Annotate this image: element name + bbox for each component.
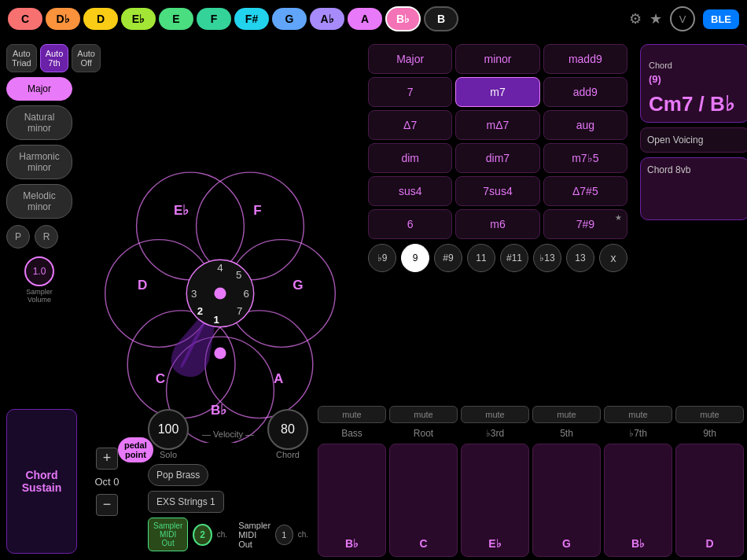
chord-m7-button[interactable]: m7	[455, 77, 539, 107]
ext-9-button[interactable]: 9	[401, 244, 429, 272]
midi-ch-2-circle: 2	[193, 524, 212, 546]
auto-7th-button[interactable]: Auto7th	[40, 44, 69, 72]
bottom-area: ChordSustain + Oct 0 − 100 Solo — Veloci…	[0, 403, 747, 560]
pop-brass-button[interactable]: Pop Brass	[148, 464, 208, 486]
piano-key-9th[interactable]: D	[675, 444, 744, 557]
chord-display-label: Chord	[649, 61, 741, 70]
chord-major-button[interactable]: Major	[368, 44, 452, 74]
settings-icon[interactable]: ⚙	[629, 10, 642, 28]
p-button[interactable]: P	[6, 225, 30, 249]
chord-6-button[interactable]: 6	[368, 209, 452, 239]
chord-madd9-button[interactable]: madd9	[543, 44, 627, 74]
exs-row: EXS Strings 1	[148, 491, 308, 513]
chord-mdelta7-button[interactable]: mΔ7	[455, 110, 539, 140]
chord-8vb-button[interactable]: Chord 8vb	[640, 157, 747, 220]
svg-text:C: C	[156, 371, 165, 386]
piano-key-7th-note: B♭	[631, 537, 645, 550]
major-scale-button[interactable]: Major	[6, 77, 72, 101]
volume-knob[interactable]: 1.0	[24, 256, 54, 286]
open-voicing-button[interactable]: Open Voicing	[640, 127, 747, 153]
note-label-bass: Bass	[318, 426, 386, 440]
key-Eb-button[interactable]: E♭	[121, 8, 156, 30]
ext-b9-button[interactable]: ♭9	[368, 244, 396, 272]
ext-s9-button[interactable]: #9	[434, 244, 462, 272]
chord-add9-button[interactable]: add9	[543, 77, 627, 107]
piano-key-5th[interactable]: G	[532, 444, 601, 557]
chord-sus4-button[interactable]: sus4	[368, 176, 452, 206]
chord-minor-button[interactable]: minor	[455, 44, 539, 74]
key-E-button[interactable]: E	[159, 8, 193, 30]
natural-minor-scale-button[interactable]: Naturalminor	[6, 105, 72, 140]
chord-aug-button[interactable]: aug	[543, 110, 627, 140]
piano-key-9th-note: D	[705, 537, 713, 550]
mute-9th-button[interactable]: mute	[675, 406, 744, 423]
key-C-button[interactable]: C	[8, 8, 42, 30]
ble-button[interactable]: BLE	[703, 9, 739, 29]
chord-velocity-knob[interactable]: 80	[267, 409, 308, 450]
midi-out-1-button[interactable]: SamplerMIDI Out	[148, 518, 188, 551]
key-Ab-button[interactable]: A♭	[310, 8, 344, 30]
chord-row-3: dim dim7 m7♭5	[368, 143, 627, 173]
chord-dim-button[interactable]: dim	[368, 143, 452, 173]
key-Bb-button[interactable]: B♭	[385, 6, 421, 31]
mute-root-button[interactable]: mute	[389, 406, 458, 423]
mute-bass-button[interactable]: mute	[318, 406, 386, 423]
solo-velocity-knob[interactable]: 100	[148, 409, 189, 450]
mute-7th-button[interactable]: mute	[604, 406, 672, 423]
chord-delta7-button[interactable]: Δ7	[368, 110, 452, 140]
key-F-button[interactable]: F	[197, 8, 231, 30]
chord-m7b5-button[interactable]: m7♭5	[543, 143, 627, 173]
chord-row-2: Δ7 mΔ7 aug	[368, 110, 627, 140]
sampler-midi-out-2-label: SamplerMIDI Out	[238, 521, 270, 549]
octave-down-button[interactable]: −	[96, 494, 118, 516]
key-B-button[interactable]: B	[424, 6, 458, 31]
chord-row-5: 6 m6 7#9 ★	[368, 209, 627, 239]
chord-delta7s5-button[interactable]: Δ7#5	[543, 176, 627, 206]
svg-text:5: 5	[236, 269, 241, 281]
key-A-button[interactable]: A	[348, 8, 382, 30]
key-D-button[interactable]: D	[83, 8, 118, 30]
harmonic-minor-scale-button[interactable]: Harmonicminor	[6, 145, 72, 179]
mute-3rd-button[interactable]: mute	[461, 406, 529, 423]
chord-vel-label: Chord	[267, 450, 308, 459]
chord-row-4: sus4 7sus4 Δ7#5	[368, 176, 627, 206]
auto-triad-button[interactable]: AutoTriad	[6, 44, 37, 72]
chord-7-button[interactable]: 7	[368, 77, 452, 107]
v-button[interactable]: V	[670, 6, 695, 31]
key-G-button[interactable]: G	[272, 8, 307, 30]
svg-text:F: F	[253, 203, 261, 218]
piano-key-3rd[interactable]: E♭	[461, 444, 529, 557]
svg-text:E♭: E♭	[174, 203, 189, 218]
chord-7sus4-button[interactable]: 7sus4	[455, 176, 539, 206]
piano-key-bass[interactable]: B♭	[318, 444, 386, 557]
chord-row-0: Major minor madd9	[368, 44, 627, 74]
key-Db-button[interactable]: D♭	[46, 8, 80, 30]
exs-strings-button[interactable]: EXS Strings 1	[148, 491, 224, 513]
mute-row: mute mute mute mute mute mute	[318, 406, 744, 423]
melodic-minor-scale-button[interactable]: Melodicminor	[6, 184, 72, 219]
volume-label: SamplerVolume	[26, 288, 53, 304]
piano-key-bass-note: B♭	[345, 537, 359, 550]
piano-key-root[interactable]: C	[389, 444, 458, 557]
r-button[interactable]: R	[35, 225, 58, 249]
ext-11-button[interactable]: 11	[467, 244, 495, 272]
ch1-label: ch.	[217, 530, 227, 539]
mute-5th-button[interactable]: mute	[532, 406, 601, 423]
bottom-keys-panel: mute mute mute mute mute mute Bass Root …	[315, 403, 747, 560]
circle-of-fifths-svg[interactable]: 4 5 6 7 1 2 3 E♭ F D G C B♭ A	[86, 144, 354, 443]
octave-up-button[interactable]: +	[96, 448, 118, 470]
ext-13-button[interactable]: 13	[566, 244, 594, 272]
midi-ch-1-circle: 1	[275, 525, 293, 545]
piano-key-7th[interactable]: B♭	[604, 444, 672, 557]
top-bar: C D♭ D E♭ E F F# G A♭ A B♭ B ⚙ ★ V BLE	[0, 0, 747, 38]
chord-m6-button[interactable]: m6	[455, 209, 539, 239]
chord-dim7-button[interactable]: dim7	[455, 143, 539, 173]
chord-7s9-button[interactable]: 7#9 ★	[543, 209, 627, 239]
ext-s11-button[interactable]: #11	[500, 244, 528, 272]
key-Fs-button[interactable]: F#	[234, 8, 269, 30]
star-icon[interactable]: ★	[649, 10, 662, 28]
ext-x-button[interactable]: x	[599, 244, 627, 272]
velocity-label: — Velocity —	[195, 429, 261, 439]
note-labels-row: Bass Root ♭3rd 5th ♭7th 9th	[318, 426, 744, 440]
ext-b13-button[interactable]: ♭13	[533, 244, 561, 272]
